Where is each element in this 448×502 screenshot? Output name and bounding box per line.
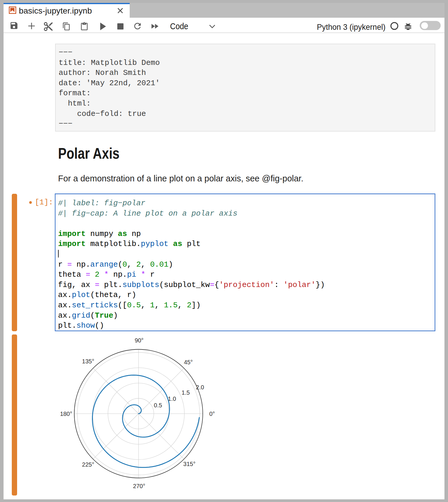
svg-text:1.5: 1.5 — [182, 389, 190, 396]
svg-text:0.5: 0.5 — [154, 402, 162, 409]
svg-text:45°: 45° — [184, 359, 193, 365]
svg-text:225°: 225° — [82, 461, 94, 468]
svg-text:270°: 270° — [133, 483, 145, 489]
svg-text:180°: 180° — [60, 411, 72, 417]
svg-text:135°: 135° — [82, 358, 94, 365]
svg-text:0°: 0° — [209, 411, 215, 417]
svg-text:315°: 315° — [183, 461, 195, 467]
svg-text:90°: 90° — [135, 337, 144, 344]
svg-text:2.0: 2.0 — [196, 384, 204, 391]
svg-text:1.0: 1.0 — [168, 396, 176, 402]
